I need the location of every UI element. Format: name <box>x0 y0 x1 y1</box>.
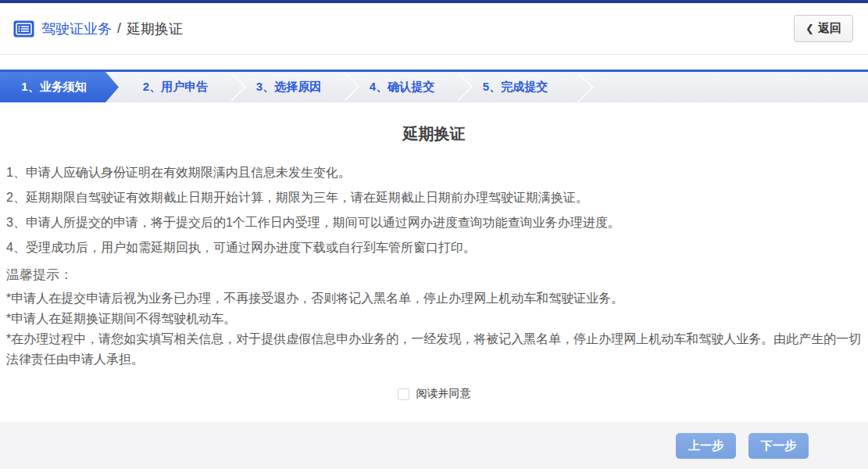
tips-heading: 温馨提示： <box>6 262 862 288</box>
tips-list: *申请人在提交申请后视为业务已办理，不再接受退办，否则将记入黑名单，停止办理网上… <box>6 288 862 370</box>
agree-checkbox-label[interactable]: 阅读并同意 <box>416 387 471 401</box>
breadcrumb-current: 延期换证 <box>127 20 183 38</box>
step-tab-finish[interactable]: 5、完成提交 <box>459 72 572 102</box>
page-header: 驾驶证业务 / 延期换证 ❮ 返回 <box>0 3 868 55</box>
notice-item: 1、申请人应确认身份证明在有效期限满内且信息未发生变化。 <box>6 160 862 185</box>
wizard-step-bar: 1、业务须知 2、用户申告 3、选择原因 4、确认提交 5、完成提交 <box>0 70 868 102</box>
notice-item: 2、延期期限自驾驶证有效期截止日期开始计算，期限为三年，请在延期截止日期前办理驾… <box>6 185 862 210</box>
chevron-left-icon: ❮ <box>805 23 814 34</box>
tip-item: *在办理过程中，请您如实填写相关信息，对于提供虚假信息申办业务的，一经发现，将被… <box>6 329 862 370</box>
step-tab-label: 5、完成提交 <box>483 80 548 95</box>
back-button-label: 返回 <box>818 21 841 36</box>
step-tab-label: 3、选择原因 <box>256 80 321 95</box>
step-tab-label: 2、用户申告 <box>143 80 208 95</box>
list-icon <box>13 20 34 38</box>
step-tab-confirm[interactable]: 4、确认提交 <box>345 72 459 102</box>
agreement-row: 阅读并同意 <box>6 387 862 401</box>
previous-step-button[interactable]: 上一步 <box>676 433 736 459</box>
breadcrumb-root[interactable]: 驾驶证业务 <box>41 20 112 38</box>
agree-checkbox[interactable] <box>398 388 409 400</box>
tip-item: *申请人在延期换证期间不得驾驶机动车。 <box>6 309 862 329</box>
back-button[interactable]: ❮ 返回 <box>794 15 853 42</box>
notice-item: 3、申请人所提交的申请，将于提交后的1个工作日内受理，期间可以通过网办进度查询功… <box>6 210 862 235</box>
step-tab-declaration[interactable]: 2、用户申告 <box>119 72 232 102</box>
step-tab-label: 1、业务须知 <box>21 80 86 95</box>
footer-action-bar: 上一步 下一步 <box>0 422 868 469</box>
notice-item: 4、受理成功后，用户如需延期回执，可通过网办进度下载或自行到车管所窗口打印。 <box>6 235 862 260</box>
step-tab-label: 4、确认提交 <box>370 80 434 95</box>
step-tab-reason[interactable]: 3、选择原因 <box>232 72 345 102</box>
step-tab-notice[interactable]: 1、业务须知 <box>0 72 119 102</box>
chevron-separator-icon <box>572 72 588 102</box>
notice-content: 延期换证 1、申请人应确认身份证明在有效期限满内且信息未发生变化。 2、延期期限… <box>0 123 868 401</box>
next-step-button[interactable]: 下一步 <box>748 433 809 459</box>
notice-list: 1、申请人应确认身份证明在有效期限满内且信息未发生变化。 2、延期期限自驾驶证有… <box>6 160 862 260</box>
tip-item: *申请人在提交申请后视为业务已办理，不再接受退办，否则将记入黑名单，停止办理网上… <box>6 288 862 309</box>
breadcrumb-separator: / <box>117 20 121 37</box>
page-title: 延期换证 <box>6 123 862 145</box>
